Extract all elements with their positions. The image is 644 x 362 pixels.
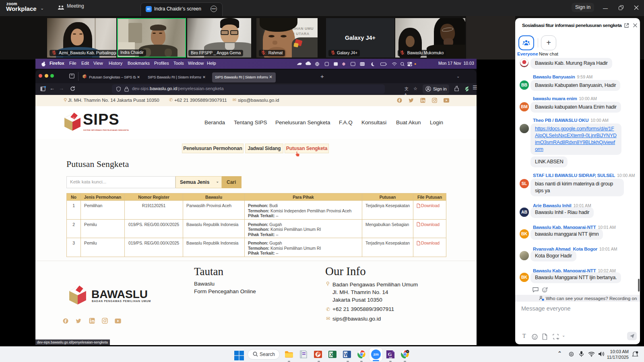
svg-text:P: P — [317, 352, 320, 357]
svg-text:PDF: PDF — [389, 357, 392, 359]
svg-text:G: G — [388, 352, 392, 357]
svg-text:X: X — [330, 352, 333, 358]
svg-text:W: W — [344, 352, 349, 358]
